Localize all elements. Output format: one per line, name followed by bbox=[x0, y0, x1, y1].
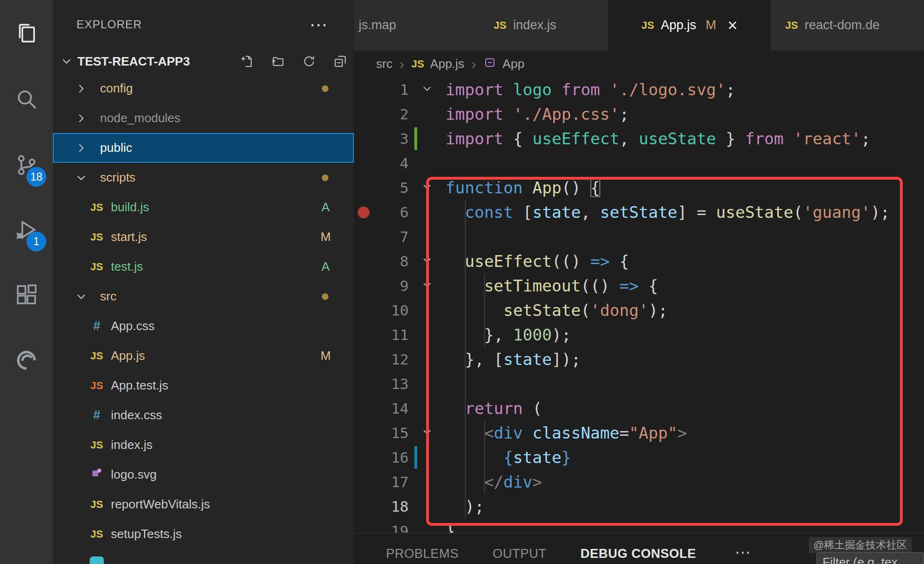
tree-item-start-js[interactable]: JSstart.jsM bbox=[53, 222, 354, 252]
code-line-4[interactable]: 4 bbox=[354, 151, 924, 175]
fold-chevron-icon[interactable] bbox=[420, 249, 434, 274]
tree-item-test-js[interactable]: JStest.jsA bbox=[53, 252, 354, 282]
fold-gutter[interactable] bbox=[409, 274, 445, 298]
code-line-9[interactable]: 9 setTimeout(() => { bbox=[354, 274, 924, 298]
breakpoint-gutter[interactable] bbox=[354, 323, 373, 347]
breakpoint-gutter[interactable] bbox=[354, 494, 373, 519]
breakpoint-gutter[interactable] bbox=[354, 224, 373, 249]
filter-input[interactable]: Filter (e.g. tex bbox=[816, 552, 924, 564]
breakpoint-gutter[interactable] bbox=[354, 102, 373, 126]
project-root-row[interactable]: TEST-REACT-APP3 bbox=[53, 49, 354, 74]
fold-gutter[interactable] bbox=[409, 470, 445, 494]
breakpoint-gutter[interactable] bbox=[354, 445, 373, 470]
activity-extensions[interactable] bbox=[0, 282, 53, 309]
fold-gutter[interactable] bbox=[409, 151, 445, 175]
code-line-19[interactable]: 19} bbox=[354, 519, 924, 533]
tab-react-dom-de[interactable]: JSreact-dom.de bbox=[771, 0, 924, 50]
fold-gutter[interactable] bbox=[409, 175, 445, 200]
breakpoint-gutter[interactable] bbox=[354, 274, 373, 298]
breakpoint-gutter[interactable] bbox=[354, 298, 373, 323]
activity-run-debug[interactable]: 1 bbox=[0, 217, 53, 244]
close-icon[interactable]: × bbox=[728, 18, 738, 33]
breadcrumb-file[interactable]: App.js bbox=[430, 57, 464, 71]
breakpoint-gutter[interactable] bbox=[354, 347, 373, 372]
tree-item-index-css[interactable]: #index.css bbox=[53, 400, 354, 430]
fold-chevron-icon[interactable] bbox=[420, 175, 434, 200]
breakpoint-gutter[interactable] bbox=[354, 151, 373, 175]
breadcrumb-folder[interactable]: src bbox=[376, 57, 393, 71]
activity-search[interactable] bbox=[0, 87, 53, 113]
breakpoint-gutter[interactable] bbox=[354, 249, 373, 274]
tree-item-app-css[interactable]: #App.css bbox=[53, 311, 354, 341]
code-line-13[interactable]: 13 bbox=[354, 372, 924, 396]
fold-gutter[interactable] bbox=[409, 421, 445, 445]
breakpoint-gutter[interactable] bbox=[354, 175, 373, 200]
fold-chevron-icon[interactable] bbox=[420, 421, 434, 445]
tree-item-scripts[interactable]: scripts bbox=[53, 163, 354, 192]
breakpoint-icon[interactable] bbox=[358, 207, 370, 218]
more-actions-icon[interactable]: ⋯ bbox=[310, 20, 328, 29]
tree-item-build-js[interactable]: JSbuild.jsA bbox=[53, 192, 354, 222]
tree-item-src[interactable]: src bbox=[53, 282, 354, 311]
fold-gutter[interactable] bbox=[409, 224, 445, 249]
code-line-15[interactable]: 15 <div className="App"> bbox=[354, 421, 924, 445]
activity-source-control[interactable]: 18 bbox=[0, 153, 53, 179]
fold-chevron-icon[interactable] bbox=[420, 77, 434, 102]
breakpoint-gutter[interactable] bbox=[354, 421, 373, 445]
tree-item-node-modules[interactable]: node_modules bbox=[53, 103, 354, 133]
activity-edge[interactable] bbox=[0, 348, 53, 374]
code-line-11[interactable]: 11 }, 1000); bbox=[354, 323, 924, 347]
tree-item-app-js[interactable]: JSApp.jsM bbox=[53, 341, 354, 371]
tree-item-public[interactable]: public bbox=[53, 133, 354, 163]
breakpoint-gutter[interactable] bbox=[354, 396, 373, 421]
code-line-12[interactable]: 12 }, [state]); bbox=[354, 347, 924, 372]
tree-item-index-js[interactable]: JSindex.js bbox=[53, 430, 354, 460]
new-folder-icon[interactable] bbox=[271, 54, 285, 68]
panel-more-actions-icon[interactable]: ⋯ bbox=[735, 547, 751, 557]
new-file-icon[interactable] bbox=[240, 54, 254, 68]
code-line-1[interactable]: 1import logo from './logo.svg'; bbox=[354, 77, 924, 102]
tree-item-config[interactable]: config bbox=[53, 74, 354, 103]
code-editor[interactable]: 1import logo from './logo.svg';2import '… bbox=[354, 77, 924, 533]
tab-app-js[interactable]: JSApp.jsM× bbox=[608, 0, 771, 50]
tab-js-map[interactable]: js.map bbox=[354, 0, 442, 50]
code-line-18[interactable]: 18 ); bbox=[354, 494, 924, 519]
fold-gutter[interactable] bbox=[409, 323, 445, 347]
fold-gutter[interactable] bbox=[409, 494, 445, 519]
code-line-16[interactable]: 16 {state} bbox=[354, 445, 924, 470]
fold-gutter[interactable] bbox=[409, 372, 445, 396]
code-line-10[interactable]: 10 setState('dong'); bbox=[354, 298, 924, 323]
code-line-5[interactable]: 5function App() { bbox=[354, 175, 924, 200]
tab-index-js[interactable]: JSindex.js bbox=[442, 0, 608, 50]
fold-gutter[interactable] bbox=[409, 519, 445, 533]
panel-tab-output[interactable]: OUTPUT bbox=[493, 547, 546, 561]
breakpoint-gutter[interactable] bbox=[354, 77, 373, 102]
activity-explorer[interactable] bbox=[0, 21, 53, 48]
panel-tab-debug-console[interactable]: DEBUG CONSOLE bbox=[580, 547, 696, 561]
fold-gutter[interactable] bbox=[409, 396, 445, 421]
tree-item-reportwebvitals-js[interactable]: JSreportWebVitals.js bbox=[53, 489, 354, 519]
tree-item-logo-svg[interactable]: logo.svg bbox=[53, 460, 354, 489]
code-line-17[interactable]: 17 </div> bbox=[354, 470, 924, 494]
fold-gutter[interactable] bbox=[409, 200, 445, 224]
breakpoint-gutter[interactable] bbox=[354, 470, 373, 494]
code-line-14[interactable]: 14 return ( bbox=[354, 396, 924, 421]
code-line-3[interactable]: 3import { useEffect, useState } from 're… bbox=[354, 126, 924, 151]
tree-item-setuptests-js[interactable]: JSsetupTests.js bbox=[53, 519, 354, 549]
breakpoint-gutter[interactable] bbox=[354, 200, 373, 224]
code-line-7[interactable]: 7 bbox=[354, 224, 924, 249]
fold-chevron-icon[interactable] bbox=[420, 274, 434, 298]
fold-gutter[interactable] bbox=[409, 249, 445, 274]
refresh-icon[interactable] bbox=[302, 54, 316, 68]
fold-gutter[interactable] bbox=[409, 77, 445, 102]
breakpoint-gutter[interactable] bbox=[354, 372, 373, 396]
breakpoint-gutter[interactable] bbox=[354, 126, 373, 151]
code-line-6[interactable]: 6 const [state, setState] = useState('gu… bbox=[354, 200, 924, 224]
breadcrumb-symbol[interactable]: App bbox=[503, 57, 524, 71]
panel-tab-problems[interactable]: PROBLEMS bbox=[386, 547, 459, 561]
code-line-8[interactable]: 8 useEffect(() => { bbox=[354, 249, 924, 274]
collapse-all-icon[interactable] bbox=[333, 54, 347, 68]
fold-gutter[interactable] bbox=[409, 347, 445, 372]
code-line-2[interactable]: 2import './App.css'; bbox=[354, 102, 924, 126]
tree-item-app-test-js[interactable]: JSApp.test.js bbox=[53, 371, 354, 400]
